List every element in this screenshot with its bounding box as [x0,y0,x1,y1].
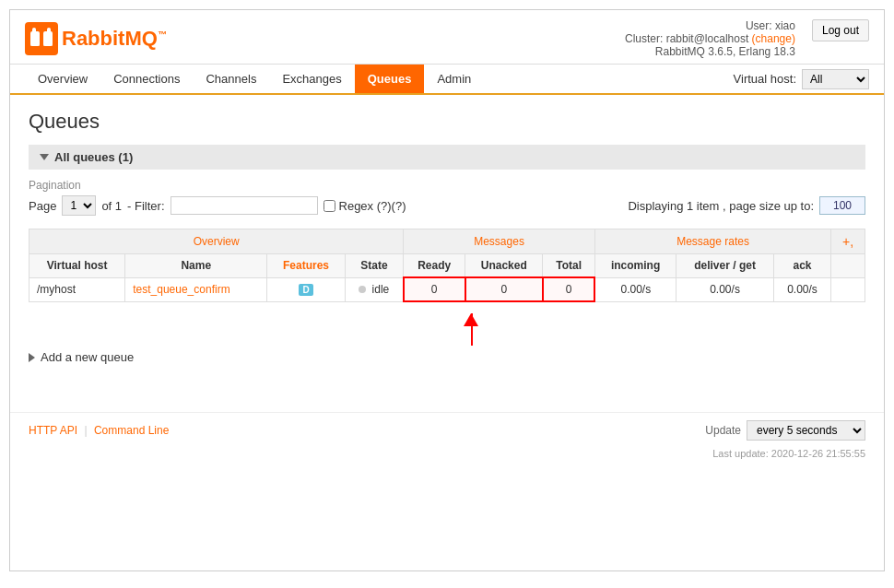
update-label: Update [705,424,741,437]
vhost-selector: Virtual host: All / /myhost [734,69,869,89]
cell-features: D [267,277,345,301]
update-select[interactable]: every 5 seconds every 10 seconds every 3… [747,420,865,441]
footer: HTTP API | Command Line Update every 5 s… [10,412,884,448]
col-state: State [345,254,404,278]
header-info: User: xiao Cluster: rabbit@localhost (ch… [625,19,795,58]
group-overview-header: Overview [29,229,404,254]
plus-header[interactable]: +, [831,229,865,254]
svg-rect-6 [47,28,51,35]
feature-tag-d: D [299,284,312,296]
nav-item-channels[interactable]: Channels [193,65,269,93]
nav-item-admin[interactable]: Admin [424,65,484,93]
logo: RabbitMQ™ [25,22,167,55]
footer-right: Update every 5 seconds every 10 seconds … [705,420,865,441]
state-indicator [359,286,366,293]
page-title: Queues [29,110,865,134]
display-info: Displaying 1 item , page size up to: [628,196,865,215]
logo-rabbit-part: Rabbit [62,27,124,50]
last-update: Last update: 2020-12-26 21:55:55 [10,448,884,465]
cell-ready: 0 [404,277,465,301]
version-info: RabbitMQ 3.6.5, Erlang 18.3 [625,45,795,58]
nav-item-exchanges[interactable]: Exchanges [269,65,354,93]
queues-table: Overview Messages Message rates +, Virtu… [29,229,865,302]
vhost-label: Virtual host: [734,72,796,86]
annotation-container [29,313,865,350]
group-rates-header: Message rates [594,229,830,254]
add-queue-row[interactable]: Add a new queue [29,350,865,364]
nav-item-overview[interactable]: Overview [25,65,100,93]
arrow-head [464,313,478,326]
cluster-info: Cluster: rabbit@localhost (change) [625,32,795,45]
all-queues-section-header[interactable]: All queues (1) [29,145,865,170]
expand-icon [29,353,35,362]
cell-vhost: /myhost [29,277,125,301]
filter-input[interactable] [171,196,318,215]
display-size-input[interactable] [819,196,865,215]
svg-rect-4 [43,41,53,46]
col-deliver: deliver / get [676,254,773,278]
filter-label: - Filter: [127,199,164,213]
cell-incoming: 0.00/s [594,277,676,301]
col-incoming: incoming [594,254,676,278]
col-ready: Ready [404,254,465,278]
user-info: User: xiao [625,19,795,32]
logout-button[interactable]: Log out [812,19,869,41]
col-unacked: Unacked [465,254,543,278]
add-queue-label: Add a new queue [41,350,134,364]
logo-tm: ™ [158,29,167,40]
pagination-label: Pagination [29,179,865,192]
logo-mq-part: MQ [124,27,157,50]
rabbit-logo-icon [25,22,58,55]
command-line-link[interactable]: Command Line [94,424,169,437]
queues-table-wrapper: Overview Messages Message rates +, Virtu… [29,229,865,350]
cell-unacked: 0 [465,277,543,301]
nav-item-queues[interactable]: Queues [355,65,425,93]
nav-bar: Overview Connections Channels Exchanges … [10,65,884,95]
col-name: Name [125,254,267,278]
cell-state: idle [345,277,404,301]
vhost-select[interactable]: All / /myhost [802,69,869,89]
page-select[interactable]: 1 [62,195,96,216]
arrow-stem [471,313,473,346]
cell-name[interactable]: test_queue_confirm [125,277,267,301]
col-vhost: Virtual host [29,254,125,278]
svg-rect-5 [32,28,36,35]
nav-item-connections[interactable]: Connections [100,65,193,93]
display-label: Displaying 1 item , page size up to: [628,199,814,213]
footer-separator: | [84,424,87,437]
group-messages-header: Messages [404,229,595,254]
collapse-icon [40,154,49,160]
col-ack: ack [773,254,831,278]
footer-links: HTTP API | Command Line [29,424,172,437]
http-api-link[interactable]: HTTP API [29,424,77,437]
col-features: Features [267,254,345,278]
cell-deliver: 0.00/s [676,277,773,301]
all-queues-label: All queues (1) [54,150,133,164]
cell-total: 0 [543,277,594,301]
cell-ack: 0.00/s [773,277,831,301]
of-label: of 1 [101,199,122,213]
page-label: Page [29,199,56,213]
regex-checkbox[interactable] [323,200,335,212]
col-total: Total [543,254,594,278]
regex-section: Regex (?)(?) [323,199,406,213]
cluster-change-link[interactable]: (change) [752,32,795,45]
header-right: User: xiao Cluster: rabbit@localhost (ch… [625,19,869,58]
table-row: /myhost test_queue_confirm D idle 0 0 0 … [29,277,865,301]
svg-rect-0 [25,22,58,55]
regex-label: Regex (?)(?) [339,199,406,213]
pagination-row: Page 1 of 1 - Filter: Regex (?)(?) Displ… [29,195,865,216]
svg-rect-3 [30,41,40,46]
